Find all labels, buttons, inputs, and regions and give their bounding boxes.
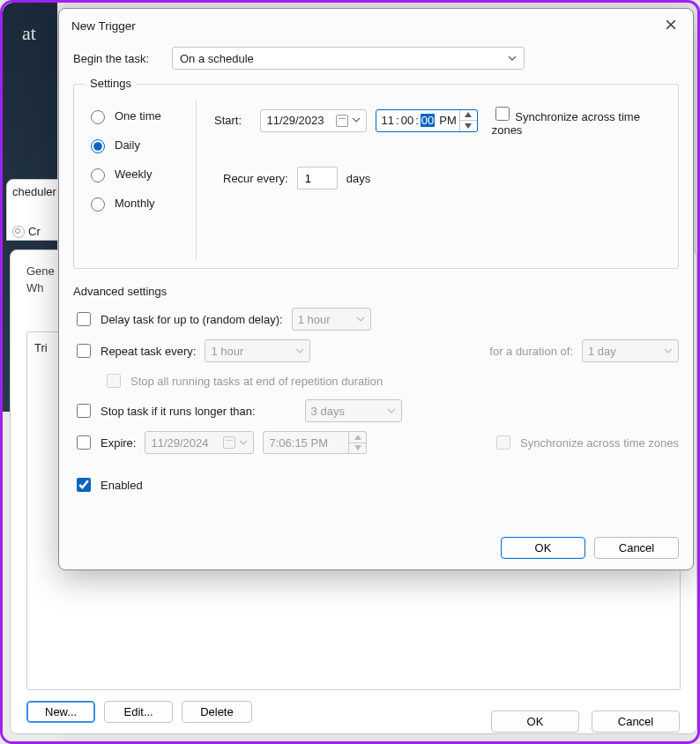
vertical-divider: [196, 100, 197, 259]
background-window-scheduler: cheduler Cr: [6, 179, 59, 241]
expire-label: Expire:: [101, 436, 136, 450]
radio-daily[interactable]: Daily: [86, 137, 176, 153]
chevron-down-icon: [664, 345, 673, 358]
clock-icon: [12, 226, 25, 238]
chevron-down-icon: [352, 114, 361, 127]
begin-task-label: Begin the task:: [73, 52, 165, 65]
settings-fieldset: Settings One time Daily Weekly: [73, 84, 679, 269]
repeat-value-select: 1 hour: [205, 339, 310, 362]
time-spin-down[interactable]: [460, 121, 477, 131]
start-date-value: 11/29/2023: [266, 114, 324, 127]
chevron-down-icon: [508, 52, 517, 65]
enabled-label: Enabled: [101, 479, 143, 492]
radio-monthly-label: Monthly: [115, 197, 155, 210]
scheduler-title-fragment: cheduler: [12, 185, 53, 198]
background-cancel-button[interactable]: Cancel: [592, 711, 680, 733]
expire-date-value: 11/29/2024: [151, 436, 208, 450]
calendar-icon: [336, 115, 348, 127]
radio-one-time-label: One time: [115, 109, 161, 123]
tab-when-fragment: Wh: [26, 279, 44, 296]
duration-value-select: 1 day: [582, 339, 679, 362]
chevron-down-icon: [239, 436, 248, 450]
repeat-task-label: Repeat task every:: [101, 345, 196, 358]
recur-unit: days: [346, 172, 370, 185]
stop-all-tasks-label: Stop all running tasks at end of repetit…: [130, 375, 383, 388]
ok-button[interactable]: OK: [501, 537, 585, 559]
delay-task-checkbox[interactable]: Delay task for up to (random delay):: [73, 309, 283, 329]
start-time-min: 00: [401, 114, 413, 127]
stop-if-longer-checkbox[interactable]: Stop task if it runs longer than:: [73, 401, 256, 420]
sync-timezones-checkbox[interactable]: Synchronize across time zones: [492, 104, 667, 137]
expire-time-spin-up: [349, 432, 366, 443]
radio-monthly[interactable]: Monthly: [86, 195, 176, 212]
delete-trigger-button[interactable]: Delete: [182, 701, 252, 723]
recur-label: Recur every:: [223, 172, 288, 185]
radio-weekly-label: Weekly: [115, 167, 152, 181]
new-trigger-dialog: New Trigger Begin the task: On a schedul…: [58, 8, 694, 570]
chevron-down-icon: [356, 313, 365, 326]
begin-task-value: On a schedule: [180, 52, 254, 65]
stop-if-longer-label: Stop task if it runs longer than:: [101, 405, 256, 418]
stop-if-value: 3 days: [311, 405, 345, 418]
dialog-title: New Trigger: [71, 19, 136, 33]
delay-task-label: Delay task for up to (random delay):: [101, 313, 283, 326]
start-time-ampm: PM: [439, 114, 457, 127]
start-time-hour: 11: [382, 114, 394, 127]
radio-daily-label: Daily: [115, 138, 140, 152]
start-date-field[interactable]: 11/29/2023: [260, 109, 366, 132]
expire-time-value: 7:06:15 PM: [269, 436, 328, 450]
recur-value-input[interactable]: [297, 167, 338, 190]
titlebar: New Trigger: [59, 9, 693, 40]
radio-one-time[interactable]: One time: [86, 108, 176, 124]
advanced-settings-label: Advanced settings: [73, 285, 679, 298]
settings-legend: Settings: [85, 77, 137, 90]
edit-trigger-button[interactable]: Edit...: [104, 701, 173, 723]
start-time-field[interactable]: 11: 00: 00 PM: [376, 109, 478, 132]
stop-all-tasks-checkbox: Stop all running tasks at end of repetit…: [103, 371, 383, 391]
radio-weekly[interactable]: Weekly: [86, 166, 176, 182]
expire-sync-checkbox: Synchronize across time zones: [493, 433, 679, 452]
tab-general-fragment[interactable]: Gene: [26, 263, 55, 279]
close-icon: [666, 19, 676, 33]
chevron-down-icon: [295, 345, 304, 358]
triggers-panel-label-fragment: Tri: [34, 341, 48, 354]
expire-checkbox[interactable]: Expire:: [73, 433, 136, 452]
time-spin-up[interactable]: [460, 110, 477, 122]
sync-timezones-label: Synchronize across time zones: [492, 110, 640, 137]
begin-task-select[interactable]: On a schedule: [172, 47, 525, 70]
stop-if-value-select: 3 days: [305, 399, 402, 422]
delay-value: 1 hour: [298, 313, 331, 326]
repeat-value: 1 hour: [211, 345, 243, 358]
close-button[interactable]: [658, 15, 684, 36]
new-trigger-button[interactable]: New...: [26, 701, 95, 723]
chevron-down-icon: [387, 405, 396, 418]
cancel-button[interactable]: Cancel: [594, 537, 679, 559]
expire-sync-label: Synchronize across time zones: [520, 436, 679, 450]
delay-value-select: 1 hour: [292, 308, 371, 331]
background-ok-button[interactable]: OK: [491, 711, 579, 733]
calendar-icon: [223, 436, 235, 449]
create-task-fragment: Cr: [28, 225, 41, 238]
start-time-sec: 00: [421, 114, 435, 127]
background-text-fragment: at: [3, 22, 56, 45]
expire-time-spin-down: [349, 443, 366, 454]
expire-date-field: 11/29/2024: [145, 431, 254, 454]
duration-label: for a duration of:: [489, 345, 573, 358]
repeat-task-checkbox[interactable]: Repeat task every:: [73, 341, 196, 361]
enabled-checkbox[interactable]: Enabled: [73, 475, 143, 495]
duration-value: 1 day: [588, 345, 616, 358]
start-label: Start:: [214, 114, 251, 127]
expire-time-field: 7:06:15 PM: [263, 431, 367, 454]
